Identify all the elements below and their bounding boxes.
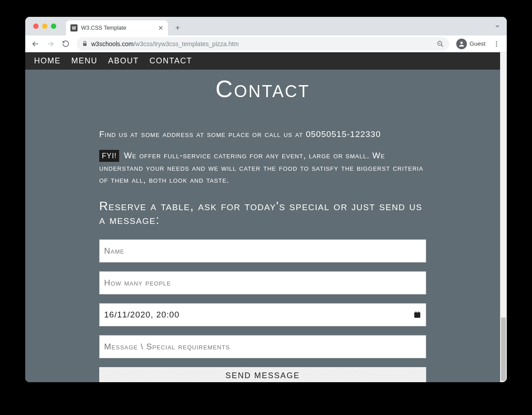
svg-point-5 [460,41,462,43]
nav-home[interactable]: HOME [29,53,66,69]
contact-address-text: Find us at some address at some place or… [99,128,426,141]
nav-about[interactable]: ABOUT [103,53,144,69]
name-placeholder: Name [104,246,124,256]
contact-fyi-text: FYI! We offer full-service catering for … [99,149,426,186]
svg-rect-10 [414,313,420,314]
tab-strip: W W3.CSS Template ✕ + [25,17,507,35]
people-input[interactable]: How many people [99,271,426,294]
svg-line-3 [441,45,443,47]
lock-icon [82,41,88,47]
name-input[interactable]: Name [99,239,426,262]
svg-point-7 [496,43,497,44]
close-window-button[interactable] [33,23,39,29]
zoom-icon[interactable] [437,40,444,47]
favicon-icon: W [70,24,78,31]
close-tab-button[interactable]: ✕ [158,24,163,31]
new-tab-button[interactable]: + [171,22,184,34]
profile-button[interactable]: Guest [454,38,488,50]
maximize-window-button[interactable] [51,23,56,29]
tab-title: W3.CSS Template [81,25,126,31]
minimize-window-button[interactable] [42,23,47,29]
browser-tab[interactable]: W W3.CSS Template ✕ [66,20,168,35]
page-viewport: HOME MENU ABOUT CONTACT Contact Find us … [25,52,507,382]
url-path: /w3css/tryw3css_templates_pizza.htm [134,40,239,47]
contact-section: Contact Find us at some address at some … [25,70,500,382]
forward-button[interactable] [44,37,57,51]
vertical-scrollbar[interactable] [500,52,507,382]
reserve-heading: Reserve a table, ask for today's special… [99,200,426,227]
scrollbar-thumb[interactable] [501,317,506,381]
address-bar[interactable]: w3schools.com/w3css/tryw3css_templates_p… [77,37,449,51]
chevron-down-icon[interactable] [494,23,501,29]
browser-window: W W3.CSS Template ✕ + w3schools.com/w3cs… [25,17,507,382]
send-message-button[interactable]: SEND MESSAGE [99,367,426,382]
message-input[interactable]: Message \ Special requirements [99,335,426,358]
back-button[interactable] [29,37,42,51]
window-controls [33,23,56,29]
svg-point-6 [496,41,497,43]
avatar-icon [456,39,467,49]
nav-contact[interactable]: CONTACT [144,53,198,69]
page-title: Contact [25,75,500,102]
url-host: w3schools.com [91,40,134,47]
people-placeholder: How many people [104,278,171,288]
svg-point-8 [496,45,497,47]
fyi-body: We offer full-service catering for any e… [99,151,423,185]
profile-label: Guest [470,40,485,47]
message-placeholder: Message \ Special requirements [104,342,230,352]
nav-menu[interactable]: MENU [66,53,103,69]
reload-button[interactable] [59,37,72,51]
browser-toolbar: w3schools.com/w3css/tryw3css_templates_p… [25,35,507,52]
datetime-value: 16/11/2020, 20:00 [104,310,179,320]
browser-menu-button[interactable] [490,37,503,51]
fyi-badge: FYI! [99,150,119,162]
datetime-input[interactable]: 16/11/2020, 20:00 [99,303,426,326]
site-nav: HOME MENU ABOUT CONTACT [25,52,500,70]
calendar-icon[interactable] [413,311,421,319]
